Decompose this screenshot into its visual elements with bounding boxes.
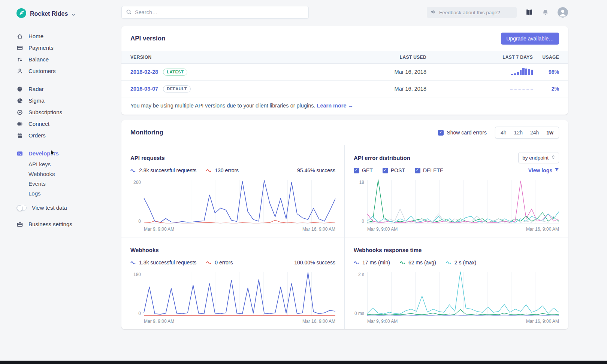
api-requests-panel: API requests 2.8k successful requests 13…: [121, 145, 345, 237]
table-row: 2018-02-28 LATEST Mar 16, 2018 98%: [121, 64, 568, 81]
x-axis-start: Mar 9, 9:00 AM: [367, 319, 398, 324]
learn-more-link[interactable]: Learn more →: [317, 103, 354, 109]
sidebar-item-payments[interactable]: Payments: [16, 42, 112, 54]
checkbox-checked-icon: [438, 130, 444, 136]
upgrade-available-button[interactable]: Upgrade available…: [501, 33, 559, 45]
monitoring-panels: API requests 2.8k successful requests 13…: [121, 145, 568, 329]
legend-label: GET: [362, 167, 373, 173]
docs-book-icon[interactable]: [525, 9, 533, 16]
briefcase-icon: [16, 221, 23, 227]
delete-checkbox[interactable]: DELETE: [415, 167, 443, 173]
sub-item-label: Webhooks: [28, 171, 55, 177]
terminal-icon: [16, 150, 23, 157]
sidebar-item-developers[interactable]: Developers: [16, 148, 112, 159]
app: Rocket Rides Home Payments Balance Custo…: [0, 0, 607, 329]
x-axis-end: Mar 16, 9:00 AM: [526, 227, 559, 232]
view-test-data-row: View test data: [16, 204, 112, 211]
sidebar-item-logs[interactable]: Logs: [28, 188, 112, 198]
legend-label: 17 ms (min): [362, 260, 390, 266]
view-logs-link[interactable]: View logs: [528, 167, 559, 173]
column-last-7-days: LAST 7 DAYS: [426, 55, 533, 60]
x-axis-start: Mar 9, 9:00 AM: [367, 227, 398, 232]
select-value: by endpoint: [522, 155, 549, 161]
panel-title: API error distribution: [354, 155, 410, 161]
version-link[interactable]: 2016-03-07: [130, 86, 158, 92]
show-card-errors-label: Show card errors: [447, 130, 487, 136]
show-card-errors-checkbox[interactable]: Show card errors: [438, 130, 487, 136]
topbar: [121, 6, 568, 19]
post-checkbox[interactable]: POST: [383, 167, 405, 173]
rocket-rides-logo: [16, 8, 26, 19]
search-box: [121, 6, 309, 19]
view-logs-label: View logs: [528, 167, 552, 173]
sidebar-item-label: Subscriptions: [28, 109, 62, 115]
sub-item-label: Logs: [28, 190, 41, 197]
sidebar-item-home[interactable]: Home: [16, 30, 112, 42]
success-rate: 100.00% success: [294, 260, 335, 266]
bullseye-icon: [16, 109, 23, 115]
account-name: Rocket Rides: [30, 10, 68, 17]
sidebar-item-label: Orders: [28, 132, 46, 139]
screen-bottom-edge: [0, 361, 607, 364]
api-version-footer: You may be using multiple API versions d…: [121, 97, 568, 115]
sidebar-item-sigma[interactable]: Sigma: [16, 95, 112, 106]
legend-label: 1.3k successful requests: [139, 260, 196, 266]
range-4h[interactable]: 4h: [497, 127, 510, 138]
pie-chart-icon: [16, 97, 23, 104]
api-version-title: API version: [130, 35, 166, 42]
sidebar-item-label: Connect: [28, 121, 49, 127]
sidebar-item-orders[interactable]: Orders: [16, 130, 112, 141]
sub-item-label: API keys: [28, 161, 51, 167]
monitoring-title: Monitoring: [130, 129, 163, 136]
legend-min: 17 ms (min): [354, 260, 390, 266]
user-avatar[interactable]: [558, 7, 568, 18]
get-checkbox[interactable]: GET: [354, 167, 373, 173]
sidebar-item-subscriptions[interactable]: Subscriptions: [16, 106, 112, 118]
legend-label: DELETE: [423, 167, 443, 173]
range-12h[interactable]: 12h: [510, 127, 526, 138]
up-down-arrows-icon: [16, 56, 23, 63]
y-axis-max: 2 s: [358, 272, 364, 277]
usage-sparkline-bars: [510, 68, 533, 75]
last-used-value: Mar 16, 2018: [262, 86, 426, 92]
gift-icon: [16, 132, 23, 139]
y-axis-min: 0: [138, 219, 141, 224]
endpoint-filter-select[interactable]: by endpoint: [518, 152, 559, 163]
sidebar-item-webhooks[interactable]: Webhooks: [28, 169, 112, 179]
version-link[interactable]: 2018-02-28: [130, 69, 158, 75]
column-version: VERSION: [130, 55, 262, 60]
notifications-bell-icon[interactable]: [542, 9, 549, 16]
sidebar-item-customers[interactable]: Customers: [16, 65, 112, 77]
sidebar-item-events[interactable]: Events: [28, 179, 112, 188]
range-24h[interactable]: 24h: [526, 127, 543, 138]
x-axis-end: Mar 16, 9:00 AM: [302, 227, 335, 232]
account-switcher[interactable]: Rocket Rides: [16, 8, 112, 19]
checkbox-checked-icon: [354, 168, 359, 173]
sidebar-item-radar[interactable]: Radar: [16, 83, 112, 95]
y-axis-min: 0: [362, 219, 364, 224]
sidebar-item-business-settings[interactable]: Business settings: [16, 218, 112, 230]
line-swatch-icon: [400, 261, 406, 264]
y-axis-min: 0 ms: [354, 311, 364, 316]
sidebar-item-label: Developers: [28, 150, 59, 157]
x-axis-end: Mar 16, 9:00 AM: [302, 319, 335, 324]
sidebar-item-label: Sigma: [28, 97, 45, 104]
api-version-card: API version Upgrade available… VERSION L…: [121, 26, 568, 115]
sidebar-item-api-keys[interactable]: API keys: [28, 159, 112, 169]
latest-badge: LATEST: [163, 69, 187, 76]
x-axis-start: Mar 9, 9:00 AM: [144, 319, 174, 324]
api-version-table-header: VERSION LAST USED LAST 7 DAYS USAGE: [121, 51, 568, 64]
search-input[interactable]: [135, 9, 304, 15]
feedback-input[interactable]: [439, 10, 513, 15]
usage-percent: 2%: [533, 86, 559, 92]
time-range-selector: 4h 12h 24h 1w: [495, 127, 559, 139]
sidebar-item-balance[interactable]: Balance: [16, 54, 112, 65]
usage-sparkline-flat: [510, 89, 533, 90]
checkbox-checked-icon: [383, 168, 388, 173]
range-1w[interactable]: 1w: [543, 127, 557, 138]
sidebar-item-connect[interactable]: Connect: [16, 118, 112, 130]
x-axis-end: Mar 16, 9:00 AM: [526, 319, 559, 324]
view-test-data-toggle[interactable]: [16, 205, 27, 211]
legend-successful-requests: 2.8k successful requests: [130, 167, 196, 173]
y-axis-max: 260: [133, 180, 141, 185]
